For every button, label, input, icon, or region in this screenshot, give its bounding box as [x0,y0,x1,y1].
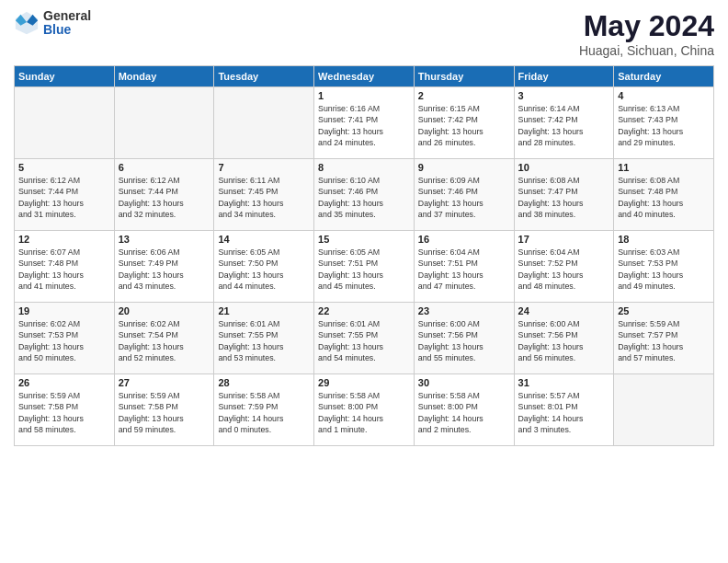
day-info: Sunrise: 6:12 AM Sunset: 7:44 PM Dayligh… [119,175,210,220]
day-info: Sunrise: 6:02 AM Sunset: 7:54 PM Dayligh… [119,318,210,363]
day-number: 17 [518,234,610,245]
day-info: Sunrise: 5:58 AM Sunset: 8:00 PM Dayligh… [418,390,510,435]
table-row [214,87,314,159]
logo: General Blue [14,9,91,38]
table-row: 26Sunrise: 5:59 AM Sunset: 7:58 PM Dayli… [15,374,115,446]
calendar-week-1: 5Sunrise: 6:12 AM Sunset: 7:44 PM Daylig… [15,159,714,231]
day-info: Sunrise: 5:58 AM Sunset: 8:00 PM Dayligh… [318,390,410,435]
table-row: 3Sunrise: 6:14 AM Sunset: 7:42 PM Daylig… [514,87,614,159]
day-number: 7 [218,162,310,173]
table-row: 31Sunrise: 5:57 AM Sunset: 8:01 PM Dayli… [514,374,614,446]
day-info: Sunrise: 6:04 AM Sunset: 7:51 PM Dayligh… [418,247,510,292]
day-info: Sunrise: 6:15 AM Sunset: 7:42 PM Dayligh… [418,103,510,148]
day-number: 30 [418,377,510,388]
day-number: 15 [318,234,410,245]
day-info: Sunrise: 6:01 AM Sunset: 7:55 PM Dayligh… [218,318,310,363]
table-row: 22Sunrise: 6:01 AM Sunset: 7:55 PM Dayli… [314,303,415,374]
day-info: Sunrise: 6:08 AM Sunset: 7:48 PM Dayligh… [618,175,710,220]
page: General Blue May 2024 Huagai, Sichuan, C… [0,0,728,563]
day-number: 24 [518,305,610,316]
day-number: 4 [618,90,710,101]
table-row: 19Sunrise: 6:02 AM Sunset: 7:53 PM Dayli… [15,303,115,374]
day-number: 31 [518,377,610,388]
day-number: 11 [618,162,710,173]
table-row: 10Sunrise: 6:08 AM Sunset: 7:47 PM Dayli… [514,159,614,231]
day-number: 8 [318,162,410,173]
table-row: 30Sunrise: 5:58 AM Sunset: 8:00 PM Dayli… [414,374,514,446]
table-row: 18Sunrise: 6:03 AM Sunset: 7:53 PM Dayli… [614,231,714,303]
table-row: 29Sunrise: 5:58 AM Sunset: 8:00 PM Dayli… [314,374,415,446]
day-info: Sunrise: 6:12 AM Sunset: 7:44 PM Dayligh… [18,175,110,220]
table-row: 5Sunrise: 6:12 AM Sunset: 7:44 PM Daylig… [15,159,115,231]
day-info: Sunrise: 6:11 AM Sunset: 7:45 PM Dayligh… [218,175,310,220]
calendar-header-row: Sunday Monday Tuesday Wednesday Thursday… [15,66,714,87]
day-info: Sunrise: 6:13 AM Sunset: 7:43 PM Dayligh… [618,103,710,148]
day-number: 13 [119,234,210,245]
logo-icon [14,10,40,36]
day-number: 5 [18,162,110,173]
day-info: Sunrise: 6:03 AM Sunset: 7:53 PM Dayligh… [618,247,710,292]
day-info: Sunrise: 6:10 AM Sunset: 7:46 PM Dayligh… [318,175,410,220]
table-row: 12Sunrise: 6:07 AM Sunset: 7:48 PM Dayli… [15,231,115,303]
title-block: May 2024 Huagai, Sichuan, China [579,9,714,58]
table-row: 15Sunrise: 6:05 AM Sunset: 7:51 PM Dayli… [314,231,415,303]
calendar-week-2: 12Sunrise: 6:07 AM Sunset: 7:48 PM Dayli… [15,231,714,303]
table-row: 9Sunrise: 6:09 AM Sunset: 7:46 PM Daylig… [414,159,514,231]
header-sunday: Sunday [15,66,115,87]
table-row: 13Sunrise: 6:06 AM Sunset: 7:49 PM Dayli… [114,231,214,303]
day-info: Sunrise: 5:59 AM Sunset: 7:58 PM Dayligh… [119,390,210,435]
day-number: 25 [618,305,710,316]
table-row: 6Sunrise: 6:12 AM Sunset: 7:44 PM Daylig… [114,159,214,231]
day-info: Sunrise: 5:59 AM Sunset: 7:58 PM Dayligh… [18,390,110,435]
day-number: 20 [119,305,210,316]
day-info: Sunrise: 6:05 AM Sunset: 7:51 PM Dayligh… [318,247,410,292]
month-title: May 2024 [579,9,714,43]
table-row: 23Sunrise: 6:00 AM Sunset: 7:56 PM Dayli… [414,303,514,374]
day-info: Sunrise: 6:06 AM Sunset: 7:49 PM Dayligh… [119,247,210,292]
logo-text: General Blue [43,9,91,38]
day-number: 19 [18,305,110,316]
calendar-week-4: 26Sunrise: 5:59 AM Sunset: 7:58 PM Dayli… [15,374,714,446]
table-row: 16Sunrise: 6:04 AM Sunset: 7:51 PM Dayli… [414,231,514,303]
day-number: 29 [318,377,410,388]
day-info: Sunrise: 6:16 AM Sunset: 7:41 PM Dayligh… [318,103,410,148]
day-number: 22 [318,305,410,316]
table-row: 14Sunrise: 6:05 AM Sunset: 7:50 PM Dayli… [214,231,314,303]
table-row [15,87,115,159]
table-row: 8Sunrise: 6:10 AM Sunset: 7:46 PM Daylig… [314,159,415,231]
table-row [114,87,214,159]
table-row: 27Sunrise: 5:59 AM Sunset: 7:58 PM Dayli… [114,374,214,446]
table-row: 21Sunrise: 6:01 AM Sunset: 7:55 PM Dayli… [214,303,314,374]
day-number: 18 [618,234,710,245]
day-info: Sunrise: 6:14 AM Sunset: 7:42 PM Dayligh… [518,103,610,148]
day-number: 21 [218,305,310,316]
table-row: 28Sunrise: 5:58 AM Sunset: 7:59 PM Dayli… [214,374,314,446]
day-info: Sunrise: 5:59 AM Sunset: 7:57 PM Dayligh… [618,318,710,363]
day-info: Sunrise: 6:05 AM Sunset: 7:50 PM Dayligh… [218,247,310,292]
table-row: 24Sunrise: 6:00 AM Sunset: 7:56 PM Dayli… [514,303,614,374]
day-number: 23 [418,305,510,316]
day-info: Sunrise: 6:07 AM Sunset: 7:48 PM Dayligh… [18,247,110,292]
logo-blue-label: Blue [43,23,91,37]
day-info: Sunrise: 6:09 AM Sunset: 7:46 PM Dayligh… [418,175,510,220]
day-number: 1 [318,90,410,101]
header: General Blue May 2024 Huagai, Sichuan, C… [14,9,714,58]
day-number: 3 [518,90,610,101]
table-row: 11Sunrise: 6:08 AM Sunset: 7:48 PM Dayli… [614,159,714,231]
table-row: 1Sunrise: 6:16 AM Sunset: 7:41 PM Daylig… [314,87,415,159]
day-number: 14 [218,234,310,245]
table-row: 2Sunrise: 6:15 AM Sunset: 7:42 PM Daylig… [414,87,514,159]
table-row [614,374,714,446]
day-number: 6 [119,162,210,173]
day-number: 10 [518,162,610,173]
header-friday: Friday [514,66,614,87]
table-row: 7Sunrise: 6:11 AM Sunset: 7:45 PM Daylig… [214,159,314,231]
location-title: Huagai, Sichuan, China [579,43,714,58]
day-number: 16 [418,234,510,245]
day-number: 27 [119,377,210,388]
day-number: 28 [218,377,310,388]
logo-general-label: General [43,9,91,23]
calendar-week-0: 1Sunrise: 6:16 AM Sunset: 7:41 PM Daylig… [15,87,714,159]
calendar-table: Sunday Monday Tuesday Wednesday Thursday… [14,65,714,446]
day-info: Sunrise: 5:58 AM Sunset: 7:59 PM Dayligh… [218,390,310,435]
